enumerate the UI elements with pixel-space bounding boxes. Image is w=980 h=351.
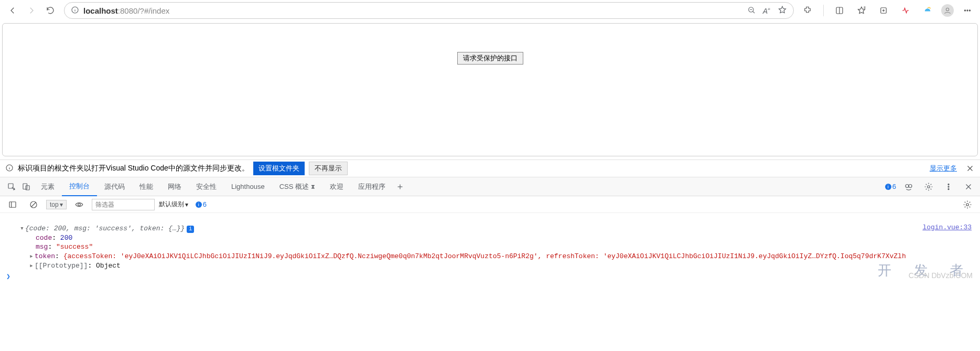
filter-input[interactable] (92, 199, 155, 210)
url-text: localhost:8080/?#/index (83, 6, 169, 15)
close-icon[interactable] (965, 164, 975, 173)
read-aloud-icon[interactable]: A» (763, 6, 770, 15)
tab-elements[interactable]: 元素 (34, 177, 62, 196)
favorite-icon[interactable] (778, 5, 787, 16)
extensions-icon[interactable] (799, 2, 816, 19)
info-badge-icon: i (187, 226, 194, 233)
chevron-down-icon: ▾ (60, 201, 63, 208)
show-more-link[interactable]: 显示更多 (930, 164, 957, 173)
request-protected-api-button[interactable]: 请求受保护的接口 (457, 52, 523, 65)
console-settings-icon[interactable] (959, 196, 976, 213)
message-count[interactable]: i6 (196, 200, 207, 208)
address-bar[interactable]: localhost:8080/?#/index A» (64, 2, 794, 19)
svg-line-5 (752, 11, 754, 13)
tab-performance[interactable]: 性能 (132, 177, 160, 196)
profile-avatar[interactable] (941, 4, 954, 17)
split-screen-icon[interactable] (831, 2, 848, 19)
dont-show-again-button[interactable]: 不再显示 (309, 162, 348, 175)
svg-point-39 (78, 203, 80, 206)
info-icon (5, 164, 14, 174)
issues-count[interactable]: i6 (885, 183, 896, 190)
log-prop-token[interactable]: ▸token: {accessToken: 'eyJ0eXAiOiJKV1QiL… (5, 251, 975, 261)
svg-point-28 (909, 184, 912, 187)
settings-icon[interactable] (921, 178, 936, 195)
svg-point-30 (948, 184, 949, 185)
ie-mode-icon[interactable] (919, 2, 936, 19)
svg-point-32 (948, 188, 949, 189)
devtools-ai-icon[interactable] (901, 178, 916, 195)
forward-button (23, 2, 40, 19)
svg-point-16 (969, 10, 970, 11)
log-summary-row[interactable]: ▾{code: 200, msg: 'success', token: {…}}… (5, 224, 975, 233)
devtools-info-banner: 标识项目的根文件夹以打开Visual Studio Code中的源文件并同步更改… (0, 159, 980, 177)
source-link[interactable]: login.vue:33 (922, 224, 972, 231)
context-selector[interactable]: top ▾ (46, 200, 67, 209)
svg-point-14 (964, 10, 965, 11)
performance-icon[interactable] (897, 2, 914, 19)
page-viewport: 请求受保护的接口 (2, 23, 978, 156)
console-sidebar-toggle-icon[interactable] (4, 196, 21, 213)
tab-console[interactable]: 控制台 (62, 177, 97, 196)
devtools-tabstrip: 元素 控制台 源代码 性能 网络 安全性 Lighthouse CSS 概述 ⧗… (0, 177, 980, 196)
svg-rect-23 (23, 184, 27, 189)
svg-point-31 (948, 186, 949, 187)
browser-toolbar: localhost:8080/?#/index A» (0, 0, 980, 21)
devtools-menu-icon[interactable] (941, 178, 956, 195)
log-prop-prototype[interactable]: ▸[[Prototype]]: Object (5, 261, 975, 270)
banner-text: 标识项目的根文件夹以打开Visual Studio Code中的源文件并同步更改… (18, 164, 249, 173)
log-level-selector[interactable]: 默认级别 ▾ (159, 200, 188, 209)
svg-point-13 (946, 8, 949, 10)
console-prompt[interactable]: ❯ (5, 270, 975, 281)
svg-point-15 (967, 10, 968, 11)
add-tab-icon[interactable] (393, 178, 407, 195)
inspect-element-icon[interactable] (4, 178, 19, 195)
clear-console-icon[interactable] (25, 196, 42, 213)
chevron-down-icon: ▾ (185, 201, 188, 208)
live-expression-icon[interactable] (71, 196, 88, 213)
svg-point-40 (966, 203, 969, 206)
svg-rect-35 (9, 201, 16, 207)
log-prop-code: code: 200 (5, 233, 975, 242)
svg-point-27 (906, 184, 909, 187)
favorites-bar-icon[interactable] (853, 2, 870, 19)
tab-application[interactable]: 应用程序 (351, 177, 393, 196)
svg-line-38 (31, 203, 36, 207)
device-toggle-icon[interactable] (19, 178, 34, 195)
tab-welcome[interactable]: 欢迎 (322, 177, 351, 196)
set-root-folder-button[interactable]: 设置根文件夹 (253, 162, 305, 175)
devtools-close-icon[interactable] (961, 178, 976, 195)
log-prop-msg: msg: "success" (5, 242, 975, 251)
tab-security[interactable]: 安全性 (189, 177, 224, 196)
tab-network[interactable]: 网络 (160, 177, 189, 196)
console-output: login.vue:33 ▾{code: 200, msg: 'success'… (0, 213, 980, 281)
more-menu-icon[interactable] (959, 2, 976, 19)
site-info-icon[interactable] (71, 6, 79, 16)
collections-icon[interactable] (875, 2, 892, 19)
console-toolbar: top ▾ 默认级别 ▾ i6 (0, 196, 980, 213)
svg-point-29 (928, 185, 930, 188)
zoom-out-icon[interactable] (747, 6, 756, 16)
tab-css-overview[interactable]: CSS 概述 ⧗ (272, 177, 322, 196)
refresh-button[interactable] (42, 2, 59, 19)
tab-lighthouse[interactable]: Lighthouse (224, 177, 272, 196)
tab-sources[interactable]: 源代码 (97, 177, 132, 196)
back-button[interactable] (4, 2, 21, 19)
